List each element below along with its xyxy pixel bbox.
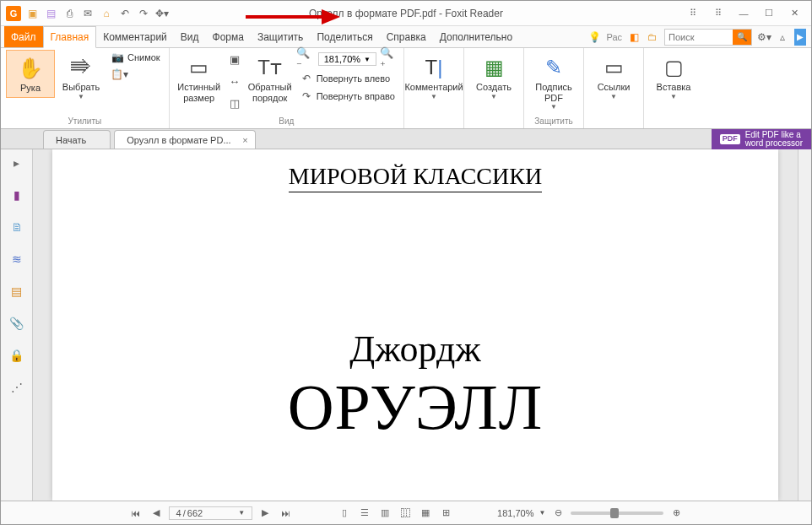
fit-visible-icon[interactable]: ◫: [225, 94, 244, 112]
nav-expand-icon[interactable]: ▸: [8, 154, 25, 171]
last-page-button[interactable]: ⏭: [278, 506, 293, 521]
prev-page-button[interactable]: ◀: [149, 506, 164, 521]
save-icon[interactable]: ▤: [43, 6, 58, 21]
email-icon[interactable]: ✉: [80, 6, 95, 21]
rotate-left-label: Повернуть влево: [317, 73, 390, 84]
zoom-combo[interactable]: 181,70% ▼: [318, 52, 376, 66]
tab-view[interactable]: Вид: [174, 26, 206, 47]
tab-file[interactable]: Файл: [4, 26, 43, 47]
group-protect-label: Защитить: [529, 116, 578, 127]
tab-form[interactable]: Форма: [206, 26, 251, 47]
side-handle-icon[interactable]: ▶: [794, 29, 806, 46]
tab-comment[interactable]: Комментарий: [96, 26, 174, 47]
bulb-icon[interactable]: 💡: [587, 30, 601, 44]
camera-icon: 📷: [111, 51, 124, 63]
author-lastname: ОРУЭЛЛ: [86, 371, 744, 444]
maximize-button[interactable]: ☐: [757, 5, 781, 22]
chevron-down-icon: ▼: [78, 93, 84, 100]
next-page-button[interactable]: ▶: [257, 506, 273, 521]
bookmark-panel-icon[interactable]: ▮: [8, 187, 25, 203]
open-icon[interactable]: ▣: [24, 6, 40, 21]
chevron-down-icon: ▼: [430, 93, 437, 100]
rotate-left-button[interactable]: ↶ Повернуть влево: [296, 71, 398, 86]
two-continuous-view-icon[interactable]: ⿲: [398, 506, 413, 521]
page-indicator[interactable]: 4 / 662 ▼: [169, 506, 252, 520]
zoom-in-icon[interactable]: 🔍⁺: [380, 50, 398, 68]
clipboard-button[interactable]: 📋▾: [107, 67, 164, 82]
tab-extra[interactable]: Дополнительно: [433, 26, 519, 47]
search-box[interactable]: 🔍: [664, 29, 752, 46]
tab-document[interactable]: Оруэлл в формате PD... ×: [114, 130, 255, 149]
tab-home[interactable]: Главная: [43, 26, 97, 48]
clipboard-icon: 📋▾: [111, 68, 124, 80]
reflow-button[interactable]: Tᴛ Обратный порядок: [246, 50, 295, 106]
zoom-out-icon[interactable]: 🔍⁻: [296, 50, 315, 68]
rotate-left-icon: ↶: [300, 73, 313, 84]
create-label: Создать: [476, 82, 512, 93]
layers-panel-icon[interactable]: ≋: [8, 251, 25, 268]
comment-button[interactable]: T| Комментарий ▼: [409, 50, 458, 104]
view-mode6-icon[interactable]: ⊞: [438, 506, 453, 521]
folder-icon[interactable]: 🗀: [646, 30, 659, 44]
two-page-view-icon[interactable]: ▥: [377, 506, 392, 521]
tab-start[interactable]: Начать: [43, 130, 111, 149]
zoom-out-button[interactable]: ⊖: [550, 506, 566, 521]
undo-icon[interactable]: ↶: [117, 6, 133, 21]
view-mode5-icon[interactable]: ▦: [418, 506, 433, 521]
fit-page-icon[interactable]: ▣: [225, 50, 244, 68]
window-custom2-icon[interactable]: ⠿: [706, 5, 730, 22]
pages-panel-icon[interactable]: 🗎: [8, 219, 25, 235]
gear-icon[interactable]: ⚙▾: [757, 30, 771, 44]
tab-share[interactable]: Поделиться: [310, 26, 379, 47]
insert-button[interactable]: ▢ Вставка ▼: [649, 50, 698, 104]
pen-icon: ✎: [545, 53, 562, 82]
group-utilities: ✋ Рука ⭆ Выбрать ▼ 📷 Снимок 📋▾: [1, 48, 170, 128]
close-button[interactable]: ✕: [782, 5, 806, 22]
sign-pdf-button[interactable]: ✎ Подпись PDF ▼: [529, 50, 578, 114]
single-page-view-icon[interactable]: ▯: [337, 506, 352, 521]
ras-label: Рас: [606, 32, 622, 42]
tab-help[interactable]: Справка: [380, 26, 433, 47]
chevron-down-icon[interactable]: ▼: [539, 509, 545, 517]
pref-icon[interactable]: ◧: [627, 30, 641, 44]
snapshot-button[interactable]: 📷 Снимок: [107, 50, 164, 65]
app-logo-icon[interactable]: G: [6, 6, 21, 21]
fit-width-icon[interactable]: ↔: [225, 72, 244, 90]
vertical-scrollbar[interactable]: [798, 149, 811, 501]
attachments-panel-icon[interactable]: 📎: [8, 315, 25, 332]
minimize-button[interactable]: —: [732, 5, 755, 22]
create-button[interactable]: ▦ Создать ▼: [469, 50, 518, 104]
hand-label: Рука: [20, 83, 41, 94]
continuous-view-icon[interactable]: ☰: [357, 506, 372, 521]
tab-start-label: Начать: [56, 135, 86, 145]
comments-panel-icon[interactable]: ▤: [8, 283, 25, 300]
first-page-button[interactable]: ⏮: [128, 506, 143, 521]
search-input[interactable]: [665, 32, 733, 42]
nav-more-icon[interactable]: ⋰: [8, 379, 25, 396]
home-toolbar-icon[interactable]: ⌂: [99, 6, 114, 21]
chevron-down-icon: ▼: [238, 509, 245, 517]
zoom-in-button[interactable]: ⊕: [669, 506, 684, 521]
group-create: ▦ Создать ▼: [464, 48, 524, 128]
collapse-ribbon-icon[interactable]: ▵: [776, 30, 789, 44]
security-panel-icon[interactable]: 🔒: [8, 347, 25, 364]
window-custom1-icon[interactable]: ⠿: [681, 5, 705, 22]
hand-tool-button[interactable]: ✋ Рука: [6, 50, 55, 98]
tab-protect[interactable]: Защитить: [251, 26, 310, 47]
zoom-slider[interactable]: [571, 511, 663, 515]
pdf-page: МИРОВОЙ КЛАССИКИ Джордж ОРУЭЛЛ: [52, 149, 778, 501]
promo-banner[interactable]: PDF Edit PDF like a word processor: [712, 129, 811, 149]
group-insert: ▢ Вставка ▼: [644, 48, 703, 128]
search-button[interactable]: 🔍: [733, 30, 751, 45]
pointer-mode-icon[interactable]: ✥▾: [154, 6, 170, 21]
close-tab-icon[interactable]: ×: [242, 135, 247, 145]
rotate-right-button[interactable]: ↷ Повернуть вправо: [296, 89, 398, 104]
select-tool-button[interactable]: ⭆ Выбрать ▼: [57, 50, 106, 104]
redo-icon[interactable]: ↷: [136, 6, 151, 21]
print-icon[interactable]: ⎙: [62, 6, 77, 21]
page-viewport[interactable]: МИРОВОЙ КЛАССИКИ Джордж ОРУЭЛЛ: [33, 149, 798, 501]
group-view-label: Вид: [175, 116, 398, 127]
actual-size-button[interactable]: ▭ Истинный размер: [175, 50, 224, 106]
links-button[interactable]: ▭ Ссылки ▼: [589, 50, 638, 104]
current-page: 4: [176, 508, 181, 518]
